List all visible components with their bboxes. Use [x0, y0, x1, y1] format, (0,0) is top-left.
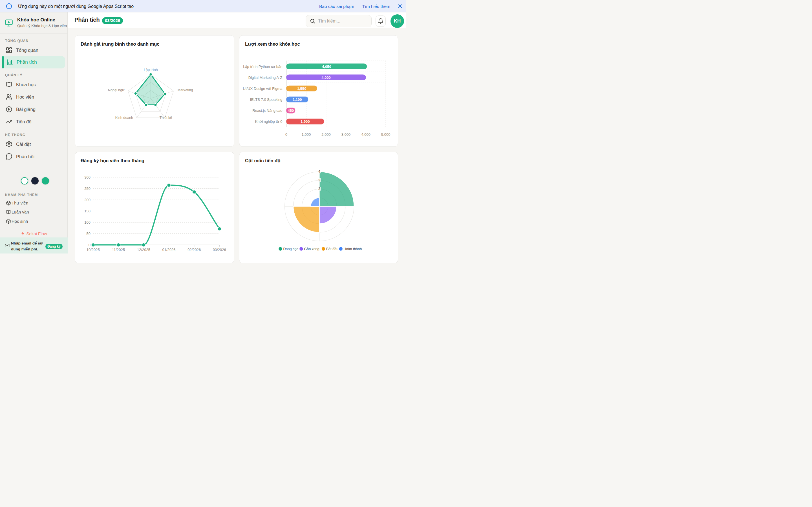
- svg-text:2,000: 2,000: [321, 132, 331, 136]
- svg-text:2: 2: [318, 187, 320, 191]
- svg-text:Thiết kế: Thiết kế: [160, 116, 172, 120]
- svg-text:03/2026: 03/2026: [213, 247, 226, 252]
- svg-text:200: 200: [84, 198, 91, 202]
- svg-text:3: 3: [318, 178, 320, 182]
- svg-text:Đang học: Đang học: [283, 247, 299, 251]
- svg-text:4,000: 4,000: [361, 132, 370, 136]
- svg-text:11/2025: 11/2025: [112, 247, 125, 252]
- svg-text:Gần xong: Gần xong: [304, 247, 319, 251]
- svg-text:1,100: 1,100: [293, 98, 302, 102]
- svg-text:IELTS 7.0 Speaking: IELTS 7.0 Speaking: [250, 98, 283, 102]
- svg-text:0: 0: [89, 243, 91, 247]
- svg-text:Lập trình: Lập trình: [144, 68, 158, 72]
- svg-text:Ngoại ngữ: Ngoại ngữ: [108, 88, 124, 92]
- svg-text:Khởi nghiệp từ 0: Khởi nghiệp từ 0: [255, 119, 283, 124]
- svg-text:450: 450: [288, 108, 294, 113]
- svg-text:250: 250: [84, 186, 91, 191]
- svg-text:4,000: 4,000: [321, 75, 331, 80]
- svg-text:Hoàn thành: Hoàn thành: [344, 247, 362, 251]
- svg-text:Digital Marketing A-Z: Digital Marketing A-Z: [248, 75, 283, 80]
- svg-text:300: 300: [84, 175, 91, 179]
- svg-text:1,550: 1,550: [297, 87, 306, 91]
- svg-text:100: 100: [84, 220, 91, 224]
- svg-text:React.js Nâng cao: React.js Nâng cao: [252, 108, 282, 113]
- svg-text:Kinh doanh: Kinh doanh: [115, 116, 133, 120]
- svg-text:01/2026: 01/2026: [162, 247, 175, 252]
- svg-text:Lập trình Python cơ bản: Lập trình Python cơ bản: [243, 64, 282, 69]
- svg-text:12/2025: 12/2025: [137, 247, 150, 252]
- svg-text:50: 50: [87, 231, 91, 236]
- svg-text:Marketing: Marketing: [177, 88, 193, 92]
- svg-text:0: 0: [285, 132, 287, 136]
- svg-text:4: 4: [318, 170, 320, 173]
- svg-text:02/2026: 02/2026: [188, 247, 201, 252]
- svg-text:4,050: 4,050: [322, 64, 331, 69]
- svg-text:Bắt đầu: Bắt đầu: [326, 247, 338, 251]
- svg-text:5,000: 5,000: [381, 132, 391, 136]
- svg-text:10/2025: 10/2025: [87, 247, 100, 252]
- svg-text:UI/UX Design với Figma: UI/UX Design với Figma: [243, 87, 283, 91]
- svg-text:3,000: 3,000: [342, 132, 351, 136]
- svg-text:150: 150: [84, 209, 91, 213]
- svg-text:1,000: 1,000: [302, 132, 311, 136]
- svg-text:1,900: 1,900: [301, 119, 310, 124]
